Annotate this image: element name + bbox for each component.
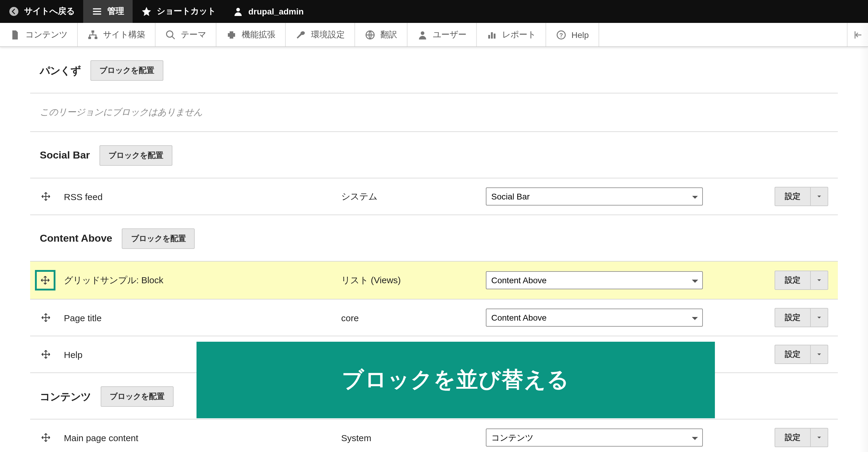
back-to-site-link[interactable]: サイトへ戻る [0,0,83,23]
menu-reports[interactable]: レポート [477,23,546,46]
svg-rect-5 [92,30,94,33]
region-select[interactable]: Content Above [486,309,703,327]
drag-handle-icon[interactable] [40,431,52,444]
user-label: drupal_admin [248,7,304,16]
region-select[interactable]: Content Above [486,271,703,289]
operations-caret[interactable] [810,270,828,290]
svg-rect-3 [93,13,101,15]
block-category: システム [341,191,486,202]
block-name: グリッドサンプル: Block [64,275,341,286]
menu-people[interactable]: ユーザー [407,23,477,46]
configure-button[interactable]: 設定 [775,187,810,206]
collapse-tray-button[interactable] [847,23,868,46]
puzzle-icon [226,29,237,40]
region-title: Social Bar [40,150,90,162]
menu-help-label: Help [571,30,589,39]
admin-toolbar: サイトへ戻る 管理 ショートカット drupal_admin [0,0,868,23]
menu-content-label: コンテンツ [25,29,67,40]
menu-config-label: 環境設定 [311,29,345,40]
block-row: Page title core Content Above 設定 [30,299,838,336]
empty-region-message: このリージョンにブロックはありません [30,93,838,132]
svg-rect-1 [93,8,101,10]
region-header-breadcrumb: パンくず ブロックを配置 [30,47,838,93]
operations-caret[interactable] [810,308,828,327]
menu-extend[interactable]: 機能拡張 [216,23,286,46]
shortcuts-label: ショートカット [157,6,216,17]
block-row: Main page content System コンテンツ 設定 [30,419,838,452]
svg-point-8 [167,31,173,37]
block-category: リスト (Views) [341,275,486,286]
drag-handle-icon[interactable] [35,270,56,290]
menu-extend-label: 機能拡張 [242,29,276,40]
menu-help[interactable]: ? Help [546,23,599,46]
back-arrow-icon [8,6,19,17]
block-name: Main page content [64,432,341,443]
svg-rect-6 [88,36,91,39]
operations-dropdown: 設定 [775,308,828,327]
operations-caret[interactable] [810,345,828,364]
file-icon [10,29,21,40]
shortcuts-link[interactable]: ショートカット [133,0,224,23]
user-icon [233,6,244,17]
globe-icon [365,29,375,40]
region-title: コンテンツ [40,390,91,403]
menu-config[interactable]: 環境設定 [286,23,355,46]
operations-dropdown: 設定 [775,345,828,364]
configure-button[interactable]: 設定 [775,308,810,327]
place-block-button[interactable]: ブロックを配置 [99,145,173,166]
menu-appearance[interactable]: テーマ [156,23,216,46]
place-block-button[interactable]: ブロックを配置 [90,60,163,81]
block-name: RSS feed [64,191,341,202]
region-select[interactable]: Social Bar [486,187,703,205]
place-block-button[interactable]: ブロックを配置 [122,228,195,249]
svg-text:?: ? [559,32,563,38]
svg-point-0 [9,7,19,16]
operations-dropdown: 設定 [775,270,828,290]
operations-caret[interactable] [810,428,828,447]
svg-rect-13 [494,33,495,39]
drag-handle-icon[interactable] [40,348,52,360]
operations-dropdown: 設定 [775,428,828,447]
menu-translate[interactable]: 翻訳 [355,23,407,46]
paint-icon [165,29,176,40]
collapse-icon [852,29,863,40]
admin-menu: コンテンツ サイト構築 テーマ 機能拡張 環境設定 翻訳 ユーザー レポート [0,23,868,47]
menu-structure-label: サイト構築 [103,29,145,40]
block-category: System [341,432,486,443]
region-header-socialbar: Social Bar ブロックを配置 [30,132,838,179]
manage-toggle[interactable]: 管理 [83,0,133,23]
svg-rect-11 [488,35,490,38]
svg-point-10 [421,31,424,35]
drag-handle-icon[interactable] [40,312,52,324]
block-name: Page title [64,313,341,323]
sitemap-icon [87,29,98,40]
configure-button[interactable]: 設定 [775,428,810,447]
region-title: パンくず [40,64,81,77]
admin-menu-spacer [599,23,847,46]
place-block-button[interactable]: ブロックを配置 [101,386,174,407]
star-icon [141,6,152,17]
block-category: core [341,313,486,323]
menu-translate-label: 翻訳 [380,29,397,40]
drag-handle-icon[interactable] [40,190,52,202]
menu-content[interactable]: コンテンツ [0,23,78,46]
region-header-content-above: Content Above ブロックを配置 [30,215,838,262]
callout-text: ブロックを並び替える [342,365,569,395]
chart-icon [487,29,497,40]
hamburger-icon [92,6,102,17]
wrench-icon [296,29,306,40]
operations-dropdown: 設定 [775,187,828,206]
menu-people-label: ユーザー [433,29,467,40]
region-select[interactable]: コンテンツ [486,428,703,447]
operations-caret[interactable] [810,187,828,206]
menu-reports-label: レポート [502,29,536,40]
annotation-callout: ブロックを並び替える [196,342,715,418]
configure-button[interactable]: 設定 [775,270,810,290]
manage-label: 管理 [107,6,124,17]
svg-rect-2 [93,11,101,12]
configure-button[interactable]: 設定 [775,345,810,364]
user-menu-link[interactable]: drupal_admin [224,0,312,23]
svg-point-4 [236,8,240,11]
menu-structure[interactable]: サイト構築 [78,23,156,46]
help-icon: ? [556,29,567,40]
